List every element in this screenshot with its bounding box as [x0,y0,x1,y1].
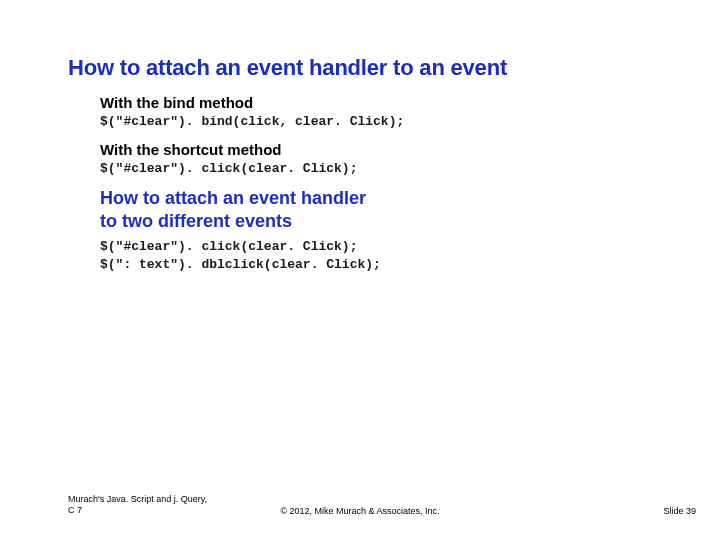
code-two-events-line1: $("#clear"). click(clear. Click); [100,239,357,254]
footer-center: © 2012, Mike Murach & Associates, Inc. [280,506,439,516]
section-two-line2: to two different events [100,211,292,231]
code-shortcut-method: $("#clear"). click(clear. Click); [100,160,660,178]
code-two-events-line2: $(": text"). dblclick(clear. Click); [100,257,381,272]
slide-content: With the bind method $("#clear"). bind(c… [100,94,660,283]
code-bind-method: $("#clear"). bind(click, clear. Click); [100,113,660,131]
footer-right: Slide 39 [663,506,696,516]
code-two-events: $("#clear"). click(clear. Click); $(": t… [100,238,660,273]
slide: How to attach an event handler to an eve… [0,0,720,540]
subheading-shortcut-method: With the shortcut method [100,141,660,158]
section-two-line1: How to attach an event handler [100,188,366,208]
section-two-events-heading: How to attach an event handler to two di… [100,187,660,232]
footer-left-line1: Murach's Java. Script and j. Query, [68,494,207,504]
footer-left-line2: C 7 [68,505,82,515]
footer: Murach's Java. Script and j. Query, C 7 … [0,488,720,516]
slide-title: How to attach an event handler to an eve… [68,55,507,81]
subheading-bind-method: With the bind method [100,94,660,111]
footer-left: Murach's Java. Script and j. Query, C 7 [68,494,207,517]
